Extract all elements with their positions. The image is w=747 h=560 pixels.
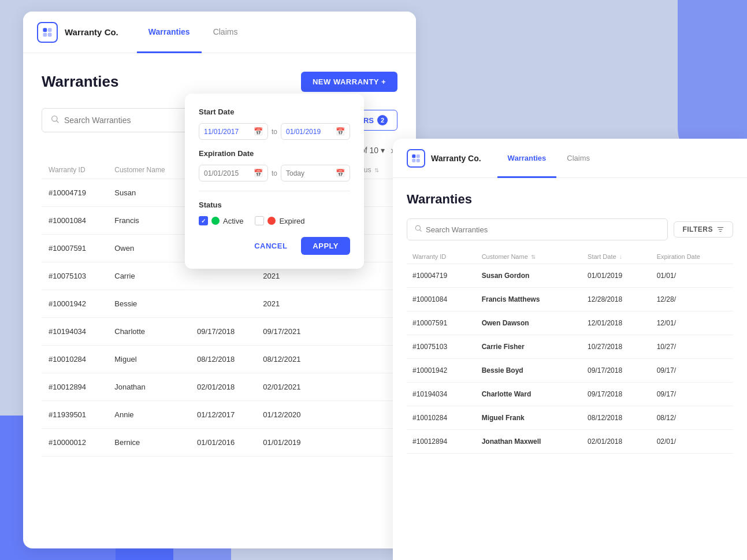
start-from-input[interactable] bbox=[204, 128, 250, 136]
nav-tab-warranties[interactable]: Warranties bbox=[137, 12, 202, 53]
svg-rect-3 bbox=[48, 32, 52, 36]
new-warranty-button[interactable]: NEW WARRANTY + bbox=[301, 72, 397, 92]
rp-table-row[interactable]: #10004719 Susan Gordon 01/01/2019 01/01/ bbox=[407, 264, 733, 288]
exp-date-from[interactable]: 📅 bbox=[199, 165, 268, 181]
checkmark: ✓ bbox=[201, 218, 206, 224]
start-to-input[interactable] bbox=[286, 128, 332, 136]
rp-table-row[interactable]: #10012894 Jonathan Maxwell 02/01/2018 02… bbox=[407, 430, 733, 454]
cell-status bbox=[344, 290, 397, 318]
active-checkbox[interactable]: ✓ bbox=[199, 216, 208, 225]
rp-cell-start: 02/01/2018 bbox=[582, 430, 651, 454]
rp-search-row: FILTERS bbox=[407, 218, 733, 240]
cal-icon-4: 📅 bbox=[336, 169, 345, 177]
rp-cell-exp: 12/01/ bbox=[651, 311, 733, 335]
cell-start: 01/01/2016 bbox=[190, 429, 256, 457]
rp-cell-customer: Francis Matthews bbox=[476, 288, 582, 311]
rp-search-input[interactable] bbox=[426, 225, 660, 234]
filter-popup: Start Date 📅 to 📅 Expiration Date 📅 to 📅… bbox=[185, 94, 364, 269]
cell-expiration: 01/12/2020 bbox=[256, 401, 344, 429]
table-row[interactable]: #10000012 Bernice 01/01/2016 01/01/2019 bbox=[42, 429, 397, 457]
svg-rect-6 bbox=[417, 154, 420, 158]
svg-rect-0 bbox=[43, 28, 47, 32]
cell-id: #10004719 bbox=[42, 179, 107, 207]
cell-customer: Charlotte bbox=[107, 318, 190, 346]
exp-date-to[interactable]: 📅 bbox=[281, 165, 350, 181]
cell-status bbox=[344, 346, 397, 373]
table-row[interactable]: #10012894 Jonathan 02/01/2018 02/01/2021 bbox=[42, 373, 397, 401]
cell-status bbox=[344, 401, 397, 429]
start-date-from[interactable]: 📅 bbox=[199, 123, 268, 140]
rp-table-row[interactable]: #10007591 Owen Dawson 12/01/2018 12/01/ bbox=[407, 311, 733, 335]
active-label: Active bbox=[223, 217, 243, 225]
rp-title: Warranties bbox=[407, 192, 733, 207]
cell-customer: Miguel bbox=[107, 346, 190, 373]
cancel-button[interactable]: CANCEL bbox=[247, 237, 294, 255]
rp-cell-start: 09/17/2018 bbox=[582, 359, 651, 383]
rp-tab-warranties[interactable]: Warranties bbox=[497, 139, 557, 178]
rp-table-row[interactable]: #10194034 Charlotte Ward 09/17/2018 09/1… bbox=[407, 383, 733, 406]
rp-table-row[interactable]: #10010284 Miguel Frank 08/12/2018 08/12/ bbox=[407, 406, 733, 430]
cell-id: #10194034 bbox=[42, 318, 107, 346]
start-date-label: Start Date bbox=[199, 107, 350, 116]
nav-bar: Warranty Co. Warranties Claims bbox=[23, 12, 416, 53]
table-row[interactable]: #10194034 Charlotte 09/17/2018 09/17/202… bbox=[42, 318, 397, 346]
right-panel: Warranty Co. Warranties Claims Warrantie… bbox=[393, 139, 747, 560]
pagination-dropdown[interactable]: ▾ bbox=[381, 146, 385, 155]
rp-col-start: Start Date ↓ bbox=[582, 250, 651, 264]
cell-customer: Carrie bbox=[107, 262, 190, 290]
nav-tabs: Warranties Claims bbox=[137, 12, 250, 53]
rp-cell-customer: Miguel Frank bbox=[476, 406, 582, 430]
rp-cell-start: 08/12/2018 bbox=[582, 406, 651, 430]
rp-cell-customer: Owen Dawson bbox=[476, 311, 582, 335]
status-active-option[interactable]: ✓ Active bbox=[199, 216, 243, 225]
cell-customer: Susan bbox=[107, 179, 190, 207]
status-expired-option[interactable]: Expired bbox=[255, 216, 304, 225]
exp-to-input[interactable] bbox=[286, 169, 332, 177]
cell-start: 01/12/2017 bbox=[190, 401, 256, 429]
rp-cell-id: #10075103 bbox=[407, 335, 476, 359]
cell-id: #10001084 bbox=[42, 207, 107, 235]
apply-button[interactable]: APPLY bbox=[301, 237, 350, 255]
rp-cell-exp: 01/01/ bbox=[651, 264, 733, 288]
filter-badge: 2 bbox=[377, 115, 388, 125]
rp-cell-customer: Jonathan Maxwell bbox=[476, 430, 582, 454]
cell-id: #10010284 bbox=[42, 346, 107, 373]
cell-customer: Francis bbox=[107, 207, 190, 235]
rp-cell-customer: Bessie Boyd bbox=[476, 359, 582, 383]
expired-checkbox[interactable] bbox=[255, 216, 264, 225]
main-card: Warranty Co. Warranties Claims Warrantie… bbox=[23, 12, 416, 548]
rp-cell-id: #10010284 bbox=[407, 406, 476, 430]
table-row[interactable]: #10010284 Miguel 08/12/2018 08/12/2021 bbox=[42, 346, 397, 373]
rp-table-row[interactable]: #10001942 Bessie Boyd 09/17/2018 09/17/ bbox=[407, 359, 733, 383]
rp-tab-claims[interactable]: Claims bbox=[556, 139, 600, 178]
col-warranty-id: Warranty ID bbox=[42, 161, 107, 179]
to-label-2: to bbox=[272, 169, 277, 177]
page-title: Warranties bbox=[42, 73, 118, 91]
cell-id: #11939501 bbox=[42, 401, 107, 429]
filter-actions: CANCEL APPLY bbox=[199, 237, 350, 255]
rp-cell-start: 10/27/2018 bbox=[582, 335, 651, 359]
cell-start: 08/12/2018 bbox=[190, 346, 256, 373]
rp-search-wrap bbox=[407, 218, 668, 240]
rp-table-row[interactable]: #10001084 Francis Matthews 12/28/2018 12… bbox=[407, 288, 733, 311]
rp-cell-start: 01/01/2019 bbox=[582, 264, 651, 288]
cell-start: 02/01/2018 bbox=[190, 373, 256, 401]
rp-cell-customer: Susan Gordon bbox=[476, 264, 582, 288]
active-dot bbox=[211, 217, 220, 225]
start-date-to[interactable]: 📅 bbox=[281, 123, 350, 140]
rp-cell-customer: Carrie Fisher bbox=[476, 335, 582, 359]
nav-tab-claims[interactable]: Claims bbox=[202, 12, 250, 53]
table-row[interactable]: #11939501 Annie 01/12/2017 01/12/2020 bbox=[42, 401, 397, 429]
rp-table-row[interactable]: #10075103 Carrie Fisher 10/27/2018 10/27… bbox=[407, 335, 733, 359]
cell-status bbox=[344, 373, 397, 401]
exp-from-input[interactable] bbox=[204, 169, 250, 177]
rp-filters-button[interactable]: FILTERS bbox=[674, 221, 733, 238]
rp-cell-exp: 08/12/ bbox=[651, 406, 733, 430]
rp-logo bbox=[407, 149, 425, 168]
cell-customer: Owen bbox=[107, 235, 190, 262]
rp-tabs: Warranties Claims bbox=[497, 139, 600, 177]
rp-cell-id: #10001942 bbox=[407, 359, 476, 383]
cell-status bbox=[344, 429, 397, 457]
expired-label: Expired bbox=[279, 217, 304, 225]
table-row[interactable]: #10001942 Bessie 2021 bbox=[42, 290, 397, 318]
